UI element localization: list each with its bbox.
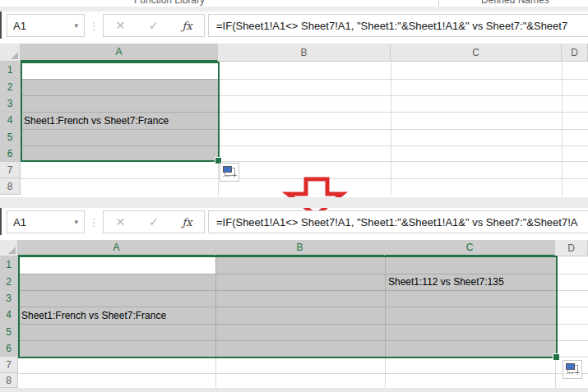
formula-text: =IF(Sheet1!A1<> Sheet7!A1, "Sheet1:"&She… (216, 216, 577, 228)
formula-bar-input[interactable]: =IF(Sheet1!A1<> Sheet7!A1, "Sheet1:"&She… (208, 14, 588, 37)
bottom-cropped-band (0, 388, 588, 392)
name-box[interactable]: A1 ▾ (7, 14, 85, 37)
gridline (555, 256, 556, 388)
row-header-8[interactable]: 8 (0, 178, 21, 195)
column-header-d[interactable]: D (555, 240, 588, 256)
active-cell-a1[interactable] (20, 257, 215, 274)
cell-a4[interactable]: Sheet1:French vs Sheet7:France (21, 307, 166, 324)
window-left-edge (0, 208, 2, 235)
gridline (18, 340, 588, 341)
auto-fill-options-button[interactable]: + (220, 163, 239, 182)
row-header-5[interactable]: 5 (0, 129, 21, 145)
insert-function-icon[interactable]: ƒx (182, 216, 192, 228)
gridline (18, 324, 588, 325)
row-header-4[interactable]: 4 (0, 112, 21, 129)
formula-bar-separator-dots: ⋮ (86, 14, 102, 37)
name-box[interactable]: A1 ▾ (7, 210, 85, 233)
column-header-c[interactable]: C (385, 240, 555, 256)
autofill-blue-icon (223, 166, 232, 173)
formula-bar-buttons: ✕ ✓ ƒx (103, 210, 205, 233)
row-header-6[interactable]: 6 (0, 145, 21, 162)
enter-icon[interactable]: ✓ (149, 19, 159, 32)
row-header-1[interactable]: 1 (0, 62, 21, 79)
gridline (20, 324, 556, 325)
row-header-4[interactable]: 4 (0, 307, 18, 324)
gridline (18, 290, 588, 291)
select-all-triangle-icon (11, 52, 18, 59)
formula-text: =IF(Sheet1!A1<> Sheet7!A1, "Sheet1:"&She… (216, 20, 567, 32)
ribbon-group-function-library: Function Library (134, 0, 205, 6)
row-header-7[interactable]: 7 (0, 357, 18, 373)
gridline (20, 340, 556, 341)
enter-icon[interactable]: ✓ (149, 215, 159, 228)
autofill-plus-icon: + (232, 172, 237, 180)
autofill-plus-icon: + (575, 369, 580, 377)
row-header-3[interactable]: 3 (0, 95, 21, 112)
gridline (215, 256, 216, 388)
name-box-value: A1 (13, 20, 26, 32)
column-header-b[interactable]: B (218, 44, 391, 62)
column-header-a[interactable]: A (21, 44, 218, 62)
gridline (18, 357, 588, 357)
fill-handle[interactable] (553, 353, 560, 361)
gridline (18, 373, 588, 374)
formula-bar-input[interactable]: =IF(Sheet1!A1<> Sheet7!A1, "Sheet1:"&She… (208, 210, 588, 233)
gridline (385, 256, 386, 388)
gridline (215, 257, 216, 357)
row-header-2[interactable]: 2 (0, 79, 21, 95)
row-header-8[interactable]: 8 (0, 373, 18, 388)
cancel-icon[interactable]: ✕ (115, 215, 125, 228)
name-box-dropdown-icon[interactable]: ▾ (74, 21, 78, 30)
autofill-blue-icon (566, 363, 575, 370)
column-header-b[interactable]: B (215, 240, 385, 256)
row-header-5[interactable]: 5 (0, 324, 18, 340)
insert-function-icon[interactable]: ƒx (182, 20, 192, 32)
ribbon-bottom-edge (0, 7, 588, 12)
cancel-icon[interactable]: ✕ (115, 19, 125, 32)
row-header-1[interactable]: 1 (0, 256, 18, 274)
select-all-triangle-icon (8, 247, 16, 254)
column-header-c[interactable]: C (391, 44, 562, 62)
cell-c2[interactable]: Sheet1:112 vs Sheet7:135 (388, 274, 504, 290)
gridline (20, 290, 556, 291)
column-header-a[interactable]: A (18, 240, 215, 256)
gridline (385, 257, 386, 357)
ribbon-strip: Function Library Defined Names (0, 0, 588, 7)
panel-top: Function Library Defined Names A1 ▾ ⋮ ✕ … (0, 0, 588, 197)
autofill-dots-icon (566, 373, 573, 374)
name-box-dropdown-icon[interactable]: ▾ (74, 218, 78, 226)
auto-fill-options-button[interactable]: + (563, 360, 582, 379)
select-all-corner[interactable] (0, 240, 18, 256)
row-header-6[interactable]: 6 (0, 340, 18, 357)
row-header-2[interactable]: 2 (0, 274, 18, 290)
selection-border (21, 62, 220, 162)
column-header-d[interactable]: D (562, 44, 588, 62)
row-header-7[interactable]: 7 (0, 162, 21, 178)
ribbon-group-defined-names: Defined Names (481, 0, 549, 6)
name-box-value: A1 (13, 216, 26, 228)
ribbon-group-divider (438, 0, 439, 7)
formula-bar-buttons: ✕ ✓ ƒx (103, 14, 205, 37)
formula-bar-separator-dots: ⋮ (86, 210, 102, 233)
window-left-edge (0, 12, 2, 39)
autofill-dots-icon (223, 176, 230, 177)
row-header-3[interactable]: 3 (0, 290, 18, 307)
select-all-corner[interactable] (0, 44, 21, 62)
